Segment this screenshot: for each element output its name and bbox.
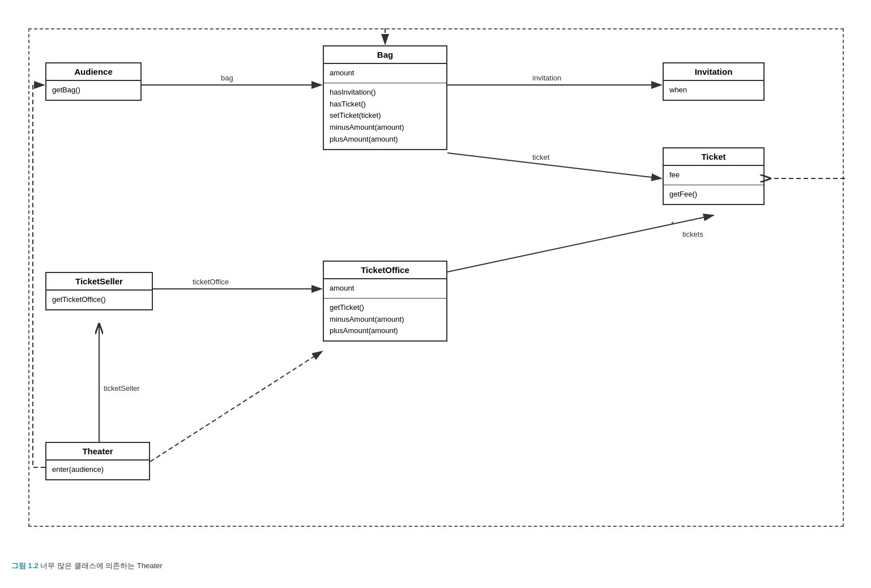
arrow-ticketoffice-ticket [447, 215, 714, 272]
class-ticket-attributes: fee [664, 166, 763, 185]
uml-diagram: Audience getBag() Bag amount hasInvitati… [11, 11, 849, 555]
class-invitation-attributes: when [664, 81, 763, 100]
class-audience: Audience getBag() [45, 62, 142, 101]
class-ticketoffice-methods: getTicket()minusAmount(amount)plusAmount… [324, 299, 446, 340]
figure-caption: 그림 1.2 너무 많은 클래스에 의존하는 Theater [11, 561, 860, 571]
label-tickets: tickets [682, 230, 703, 238]
class-audience-header: Audience [46, 63, 140, 81]
class-bag-header: Bag [324, 46, 446, 64]
label-invitation: invitation [532, 74, 561, 82]
caption-text: 너무 많은 클래스에 의존하는 Theater [39, 561, 163, 570]
class-bag-methods: hasInvitation()hasTicket()setTicket(tick… [324, 83, 446, 149]
class-bag-attributes: amount [324, 64, 446, 83]
caption-label: 그림 1.2 [11, 561, 39, 570]
dashed-theater-ticketoffice [150, 351, 322, 462]
class-theater-methods: enter(audience) [46, 461, 149, 479]
class-theater-header: Theater [46, 443, 149, 461]
label-ticket: ticket [532, 153, 550, 161]
class-ticket-header: Ticket [664, 148, 763, 166]
class-ticketoffice-attributes: amount [324, 279, 446, 299]
label-bag: bag [221, 74, 233, 82]
label-ticketseller: ticketSeller [104, 384, 140, 393]
dashed-theater-audience [33, 85, 45, 467]
class-ticket-methods: getFee() [664, 185, 763, 204]
arrow-bag-ticket [447, 153, 661, 178]
class-theater: Theater enter(audience) [45, 442, 150, 480]
class-bag: Bag amount hasInvitation()hasTicket()set… [323, 45, 447, 150]
label-star: * [671, 220, 674, 228]
class-ticket: Ticket fee getFee() [663, 147, 765, 205]
class-ticketoffice-header: TicketOffice [324, 262, 446, 279]
class-ticketoffice: TicketOffice amount getTicket()minusAmou… [323, 261, 447, 342]
class-ticketseller-methods: getTicketOffice() [46, 291, 152, 309]
class-audience-methods: getBag() [46, 81, 140, 100]
class-invitation-header: Invitation [664, 63, 763, 81]
class-ticketseller: TicketSeller getTicketOffice() [45, 272, 153, 310]
label-ticketoffice: ticketOffice [193, 278, 229, 286]
class-invitation: Invitation when [663, 62, 765, 101]
class-ticketseller-header: TicketSeller [46, 273, 152, 291]
